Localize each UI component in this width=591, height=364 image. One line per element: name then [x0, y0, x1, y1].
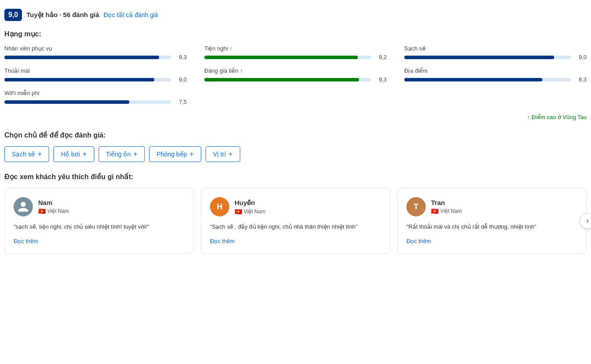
review-card: Nam🇻🇳Việt Nam"sạch sẽ, tiện nghi, chị ch… — [4, 188, 194, 254]
topic-label: Phòng bếp — [157, 151, 187, 158]
bar-score: 9,3 — [174, 54, 187, 60]
bar-row: 7,5 — [4, 99, 187, 105]
reviewer-name: Tran — [431, 199, 462, 206]
bar-row: 9,3 — [204, 76, 387, 83]
reviewer-details: Huyền🇻🇳Việt Nam — [235, 199, 265, 215]
categories-section: Hạng mục: Nhân viên phục vụ9,3Thoải mái9… — [4, 30, 587, 120]
rating-header: 9,0 Tuyệt hảo · 56 đánh giá Đọc tất cả đ… — [4, 9, 587, 21]
category-label: Đáng giá tiền↑ — [204, 67, 387, 74]
bar-fill — [4, 56, 159, 59]
category-item: Sạch sẽ9,0 — [404, 45, 587, 60]
category-label: Địa điểm — [404, 67, 587, 74]
review-card: HHuyền🇻🇳Việt Nam"Sạch sẽ , đầy đủ tiện n… — [201, 188, 390, 254]
bar-score: 9,2 — [374, 54, 387, 60]
plus-icon: + — [133, 150, 137, 158]
flag-icon: 🇻🇳 — [235, 208, 242, 215]
category-item: Đáng giá tiền↑9,3 — [204, 67, 387, 83]
category-label: Nhân viên phục vụ — [4, 45, 187, 52]
topic-label: Tiếng ồn — [106, 151, 131, 158]
bar-track — [4, 100, 171, 104]
topic-button[interactable]: Sạch sẽ+ — [4, 146, 49, 162]
bar-row: 9,0 — [404, 54, 587, 60]
category-item: Tiện nghi↑9,2 — [204, 45, 387, 60]
topic-label: Hồ bơi — [61, 151, 80, 158]
plus-icon: + — [82, 150, 86, 158]
topic-label: Sạch sẽ — [12, 151, 35, 158]
topic-label: Vị trí — [213, 151, 226, 158]
bar-track — [4, 78, 171, 81]
trend-up-icon: ↑ — [230, 46, 232, 52]
bar-fill — [404, 78, 542, 81]
flag-icon: 🇻🇳 — [431, 208, 438, 215]
reviewer-details: Tran🇻🇳Việt Nam — [431, 199, 462, 215]
category-column: Tiện nghi↑9,2Đáng giá tiền↑9,3 — [204, 45, 387, 112]
reviews-title: Đọc xem khách yêu thích điều gì nhất: — [4, 173, 587, 181]
category-item: WiFi miễn phí7,5 — [4, 90, 187, 105]
reviewer-country: 🇻🇳Việt Nam — [38, 208, 69, 215]
bar-row: 9,2 — [204, 54, 387, 60]
reviewer-country: 🇻🇳Việt Nam — [431, 208, 462, 215]
review-card: TTran🇻🇳Việt Nam"Rất thoải mái và chị chủ… — [397, 188, 587, 254]
bar-score: 7,5 — [174, 99, 187, 105]
avatar: T — [406, 197, 426, 216]
topics-title: Chọn chủ đề để đọc đánh giá: — [4, 131, 587, 139]
bar-fill — [4, 78, 154, 81]
topic-button[interactable]: Tiếng ồn+ — [99, 146, 145, 162]
bar-score: 9,3 — [374, 76, 387, 83]
bar-row: 9,0 — [4, 76, 187, 83]
plus-icon: + — [38, 150, 42, 158]
topic-button[interactable]: Phòng bếp+ — [149, 146, 201, 162]
bar-score: 8,3 — [574, 76, 587, 83]
bar-score: 9,0 — [574, 54, 587, 60]
high-note: ↑ Điểm cao ở Vũng Tau — [4, 114, 587, 120]
reviewer-info: TTran🇻🇳Việt Nam — [406, 197, 577, 216]
flag-icon: 🇻🇳 — [38, 208, 46, 215]
reviewer-info: Nam🇻🇳Việt Nam — [14, 197, 185, 216]
reviews-section: Đọc xem khách yêu thích điều gì nhất: Na… — [4, 173, 587, 254]
bar-row: 8,3 — [404, 76, 587, 83]
bar-track — [404, 56, 571, 59]
read-more-link[interactable]: Đọc thêm — [210, 238, 235, 244]
category-item: Nhân viên phục vụ9,3 — [4, 45, 187, 60]
reviewer-name: Huyền — [235, 199, 265, 207]
review-text: "Sạch sẽ , đầy đủ tiện nghi, chủ nhà thâ… — [210, 223, 381, 231]
bar-track — [204, 56, 371, 59]
topics-list: Sạch sẽ+Hồ bơi+Tiếng ồn+Phòng bếp+Vị trí… — [4, 146, 587, 162]
topic-button[interactable]: Hồ bơi+ — [53, 146, 94, 162]
read-more-link[interactable]: Đọc thêm — [14, 238, 38, 244]
bar-score: 9,0 — [174, 76, 187, 83]
review-text: "sạch sẽ, tiện nghi, chị chủ siêu nhiệt … — [14, 223, 185, 231]
reviewer-name: Nam — [38, 199, 69, 206]
bar-fill — [404, 56, 554, 59]
read-more-link[interactable]: Đọc thêm — [406, 238, 431, 244]
category-column: Nhân viên phục vụ9,3Thoải mái9,0WiFi miễ… — [4, 45, 187, 112]
category-item: Địa điểm8,3 — [404, 67, 587, 83]
reviewer-country: 🇻🇳Việt Nam — [235, 208, 265, 215]
score-badge: 9,0 — [4, 9, 22, 21]
rating-summary: Tuyệt hảo · 56 đánh giá — [26, 11, 99, 19]
category-label: Thoải mái — [4, 67, 187, 74]
avatar — [14, 197, 33, 216]
review-text: "Rất thoải mái và chị chủ rất dễ thương,… — [406, 223, 577, 231]
bar-fill — [204, 78, 359, 81]
read-all-reviews-link[interactable]: Đọc tất cả đánh giá — [103, 11, 158, 18]
categories-title: Hạng mục: — [4, 30, 587, 38]
category-item: Thoải mái9,0 — [4, 67, 187, 83]
reviews-grid: Nam🇻🇳Việt Nam"sạch sẽ, tiện nghi, chị ch… — [4, 188, 587, 254]
topic-button[interactable]: Vị trí+ — [206, 146, 240, 162]
topics-section: Chọn chủ đề để đọc đánh giá: Sạch sẽ+Hồ … — [4, 131, 587, 162]
trend-up-icon: ↑ — [240, 68, 242, 74]
bar-row: 9,3 — [4, 54, 187, 60]
reviewer-details: Nam🇻🇳Việt Nam — [38, 199, 69, 215]
country-label: Việt Nam — [47, 208, 69, 214]
category-column: Sạch sẽ9,0Địa điểm8,3 — [404, 45, 587, 112]
bar-track — [204, 78, 371, 81]
reviewer-info: HHuyền🇻🇳Việt Nam — [210, 197, 381, 216]
bar-track — [4, 56, 171, 59]
avatar: H — [210, 197, 229, 216]
plus-icon: + — [189, 150, 193, 158]
country-label: Việt Nam — [244, 209, 265, 215]
bar-fill — [204, 56, 358, 59]
category-label: WiFi miễn phí — [4, 90, 187, 96]
bar-fill — [4, 100, 129, 104]
